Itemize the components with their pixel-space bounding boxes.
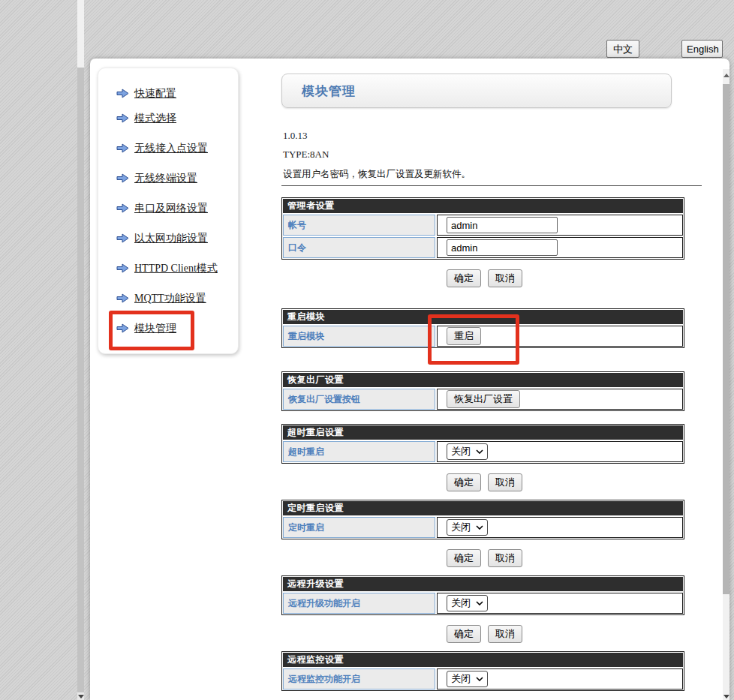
cancel-button[interactable]: 取消 — [488, 269, 522, 287]
page-description: 设置用户名密码，恢复出厂设置及更新软件。 — [283, 168, 471, 181]
content-scroll-down-button[interactable] — [723, 693, 729, 700]
sidebar-item-label: 串口及网络设置 — [134, 202, 208, 215]
sidebar-item-label: 快速配置 — [134, 87, 176, 101]
sidebar-item-label: MQTT功能设置 — [134, 292, 206, 305]
sidebar-item-label: HTTPD Client模式 — [134, 262, 218, 275]
left-scrollbar-thumb[interactable] — [77, 68, 84, 692]
field-label: 帐号 — [283, 215, 435, 236]
language-chinese-button[interactable]: 中文 — [606, 40, 639, 58]
arrow-right-icon — [116, 173, 129, 183]
remote-monitoring-select[interactable]: 关闭 — [447, 671, 488, 687]
arrow-right-icon — [116, 113, 129, 123]
sidebar-item-label: 无线接入点设置 — [134, 142, 208, 155]
arrow-right-icon — [116, 143, 129, 153]
sidebar-item-mode-select[interactable]: 模式选择 — [116, 111, 238, 125]
sidebar-item-label: 模式选择 — [134, 112, 176, 125]
cancel-button[interactable]: 取消 — [488, 549, 522, 567]
table-row: 远程监控功能开启 关闭 — [283, 668, 683, 689]
section-factory-reset: 恢复出厂设置 恢复出厂设置按钮 恢复出厂设置 — [281, 371, 684, 411]
content-scrollbar-thumb[interactable] — [723, 84, 729, 594]
arrow-right-icon — [116, 203, 129, 213]
content-scroll-up-button[interactable] — [723, 72, 729, 79]
page-title-banner: 模块管理 — [281, 74, 672, 108]
timeout-restart-select[interactable]: 关闭 — [447, 443, 488, 460]
section-title: 远程升级设置 — [283, 577, 683, 591]
table-row: 超时重启 关闭 — [283, 441, 683, 462]
section-title: 超时重启设置 — [283, 425, 683, 440]
chevron-down-icon — [476, 449, 483, 454]
router-admin-page: 中文 English 快速配置 模式选择 无线接入点设置 无线终端设置 串口及网… — [0, 0, 734, 700]
account-input[interactable] — [447, 217, 558, 233]
sidebar-item-label: 以太网功能设置 — [134, 232, 208, 245]
chevron-down-icon — [476, 601, 483, 605]
sidebar-item-serial-network[interactable]: 串口及网络设置 — [116, 201, 238, 215]
sidebar-item-label: 无线终端设置 — [134, 172, 197, 185]
language-english-button[interactable]: English — [681, 40, 723, 58]
content-scrollbar[interactable] — [723, 69, 729, 700]
section-title: 恢复出厂设置 — [283, 373, 683, 387]
left-frame-scrollbar[interactable] — [77, 0, 84, 700]
field-label: 口令 — [283, 237, 435, 258]
cancel-button[interactable]: 取消 — [488, 473, 522, 491]
ok-button[interactable]: 确定 — [447, 625, 481, 643]
triangle-down-icon — [78, 695, 84, 698]
sidebar-item-wireless-sta[interactable]: 无线终端设置 — [116, 171, 238, 185]
arrow-right-icon — [116, 233, 129, 243]
divider — [281, 185, 702, 186]
table-row: 帐号 — [283, 215, 683, 236]
password-input[interactable] — [447, 239, 558, 256]
table-row: 口令 — [283, 237, 683, 258]
table-row: 定时重启 关闭 — [283, 517, 683, 538]
factory-reset-button[interactable]: 恢复出厂设置 — [447, 390, 520, 408]
field-label: 超时重启 — [283, 441, 435, 462]
section-title: 定时重启设置 — [283, 501, 683, 515]
triangle-up-icon — [723, 74, 729, 77]
page-title: 模块管理 — [302, 83, 356, 100]
field-label: 重启模块 — [283, 326, 435, 347]
section-admin-settings: 管理者设置 帐号 口令 确定 取消 — [281, 197, 684, 287]
section-remote-monitoring: 远程监控设置 远程监控功能开启 关闭 确定 取消 — [281, 651, 684, 700]
table-row: 远程升级功能开启 关闭 — [283, 593, 683, 614]
section-title: 管理者设置 — [283, 199, 683, 213]
scheduled-restart-select[interactable]: 关闭 — [447, 519, 488, 536]
annotation-box-restart-button — [428, 314, 519, 365]
chevron-down-icon — [476, 677, 483, 681]
sidebar-item-wireless-ap[interactable]: 无线接入点设置 — [116, 141, 238, 155]
sidebar-item-ethernet[interactable]: 以太网功能设置 — [116, 231, 238, 245]
sidebar-item-quick-config[interactable]: 快速配置 — [116, 86, 238, 101]
field-label: 定时重启 — [283, 517, 435, 538]
section-title: 远程监控设置 — [283, 653, 683, 667]
remote-upgrade-select[interactable]: 关闭 — [447, 595, 488, 611]
sidebar-item-httpd-client[interactable]: HTTPD Client模式 — [116, 261, 238, 275]
field-label: 远程升级功能开启 — [283, 593, 435, 614]
arrow-right-icon — [116, 263, 129, 273]
arrow-right-icon — [116, 293, 129, 303]
table-row: 恢复出厂设置按钮 恢复出厂设置 — [283, 389, 683, 410]
annotation-box-module-management — [109, 311, 194, 350]
section-remote-upgrade: 远程升级设置 远程升级功能开启 关闭 确定 取消 — [281, 575, 684, 643]
cancel-button[interactable]: 取消 — [488, 625, 522, 643]
firmware-version: 1.0.13 — [283, 130, 308, 142]
left-scroll-down-button[interactable] — [77, 693, 84, 700]
device-type: TYPE:8AN — [283, 149, 329, 161]
sidebar-item-mqtt[interactable]: MQTT功能设置 — [116, 291, 238, 305]
ok-button[interactable]: 确定 — [447, 269, 481, 287]
arrow-right-icon — [116, 89, 129, 98]
field-label: 恢复出厂设置按钮 — [283, 389, 435, 410]
chevron-down-icon — [476, 525, 483, 530]
section-timeout-restart: 超时重启设置 超时重启 关闭 确定 取消 — [281, 424, 684, 491]
triangle-down-icon — [723, 695, 729, 698]
ok-button[interactable]: 确定 — [447, 549, 481, 567]
section-scheduled-restart: 定时重启设置 定时重启 关闭 确定 取消 — [281, 500, 684, 567]
field-label: 远程监控功能开启 — [283, 668, 435, 689]
ok-button[interactable]: 确定 — [447, 473, 481, 491]
